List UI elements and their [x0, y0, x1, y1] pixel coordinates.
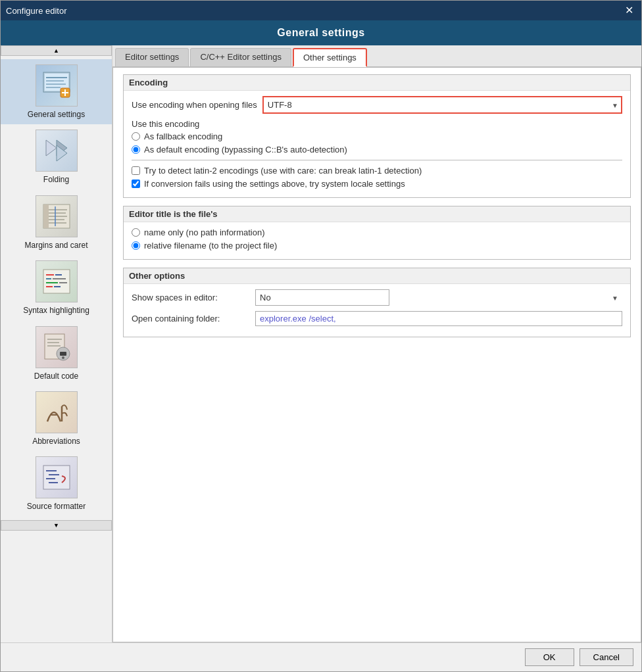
- checkbox-latin2[interactable]: [132, 166, 140, 175]
- syntax-icon: [36, 260, 78, 302]
- show-spaces-dropdown[interactable]: No Yes (all) Yes (only leading whitespac…: [255, 289, 389, 306]
- checkbox-conversion-label[interactable]: If conversion fails using the settings a…: [144, 179, 405, 189]
- radio-name-only-row: name only (no path information): [132, 228, 622, 237]
- sidebar-item-abbreviations-label: Abbreviations: [32, 437, 80, 446]
- sidebar-item-source-formatter-label: Source formatter: [27, 502, 86, 511]
- header-bar: General settings: [1, 20, 641, 45]
- checkbox-conversion-row: If conversion fails using the settings a…: [132, 179, 622, 189]
- divider-1: [132, 160, 622, 160]
- radio-name-only-label[interactable]: name only (no path information): [144, 228, 265, 237]
- other-options-section-title: Other options: [124, 268, 630, 284]
- show-spaces-dropdown-wrapper: No Yes (all) Yes (only leading whitespac…: [255, 289, 622, 306]
- use-this-encoding-label: Use this encoding: [132, 119, 622, 129]
- svg-rect-13: [43, 204, 49, 228]
- sidebar-item-default-code[interactable]: Default code: [1, 321, 112, 386]
- tab-editor-settings[interactable]: Editor settings: [115, 48, 189, 66]
- sidebar-item-general-settings-label: General settings: [28, 110, 85, 119]
- titlebar: Configure editor ✕: [1, 1, 641, 20]
- svg-rect-20: [43, 270, 70, 293]
- svg-rect-34: [60, 352, 66, 356]
- radio-default-label[interactable]: As default encoding (bypassing C::B's au…: [144, 145, 347, 155]
- tab-other-settings[interactable]: Other settings: [293, 48, 367, 67]
- settings-panel: Encoding Use encoding when opening files…: [112, 67, 641, 642]
- radio-name-only[interactable]: [132, 228, 140, 237]
- window-title: Configure editor: [6, 6, 67, 16]
- editor-title-section-content: name only (no path information) relative…: [124, 222, 630, 259]
- svg-rect-37: [43, 466, 70, 489]
- sidebar-item-source-formatter[interactable]: Source formatter: [1, 451, 112, 516]
- configure-editor-window: Configure editor ✕ General settings ▲: [0, 0, 642, 672]
- editor-title-section: Editor title is the file's name only (no…: [123, 206, 631, 260]
- checkbox-latin2-row: Try to detect latin-2 encodings (use wit…: [132, 166, 622, 176]
- sidebar-item-general-settings[interactable]: General settings: [1, 59, 112, 124]
- sidebar-scroll-up[interactable]: ▲: [1, 45, 112, 56]
- close-button[interactable]: ✕: [622, 4, 636, 17]
- radio-relative-label[interactable]: relative filename (to the project file): [144, 241, 277, 251]
- sidebar: ▲: [1, 45, 112, 642]
- radio-default-row: As default encoding (bypassing C::B's au…: [132, 145, 622, 155]
- radio-fallback[interactable]: [132, 132, 140, 141]
- svg-marker-11: [46, 140, 57, 156]
- show-spaces-row: Show spaces in editor: No Yes (all) Yes …: [132, 289, 622, 306]
- open-folder-row: Open containing folder:: [132, 311, 622, 326]
- source-formatter-icon: [36, 456, 78, 498]
- main-content: ▲: [1, 45, 641, 642]
- checkbox-latin2-label[interactable]: Try to detect latin-2 encodings (use wit…: [144, 166, 422, 176]
- sidebar-scroll-down[interactable]: ▼: [1, 520, 112, 531]
- checkbox-conversion[interactable]: [132, 180, 140, 188]
- encoding-section: Encoding Use encoding when opening files…: [123, 74, 631, 198]
- radio-relative-row: relative filename (to the project file): [132, 241, 622, 251]
- default-code-icon: [36, 326, 78, 368]
- encoding-section-content: Use encoding when opening files UTF-8 ▼ …: [124, 91, 630, 197]
- sidebar-item-syntax-label: Syntax highlighting: [23, 306, 89, 315]
- sidebar-items: General settings Folding: [1, 56, 112, 520]
- sidebar-item-abbreviations[interactable]: Abbreviations: [1, 386, 112, 451]
- other-options-section: Other options Show spaces in editor: No …: [123, 268, 631, 337]
- show-spaces-label: Show spaces in editor:: [132, 293, 250, 302]
- open-folder-label: Open containing folder:: [132, 314, 250, 324]
- tab-cpp-editor-settings[interactable]: C/C++ Editor settings: [190, 48, 291, 66]
- encoding-section-title: Encoding: [124, 75, 630, 91]
- folding-icon: [36, 130, 78, 172]
- sidebar-item-margins-caret[interactable]: Margins and caret: [1, 190, 112, 255]
- sidebar-item-folding[interactable]: Folding: [1, 124, 112, 189]
- general-settings-icon: [36, 64, 78, 107]
- margins-icon: [36, 195, 78, 237]
- use-encoding-label: Use encoding when opening files: [132, 100, 257, 110]
- use-encoding-row: Use encoding when opening files UTF-8 ▼: [132, 96, 622, 114]
- sidebar-item-default-code-label: Default code: [34, 372, 78, 381]
- footer: OK Cancel: [1, 642, 641, 671]
- tab-bar: Editor settings C/C++ Editor settings Ot…: [112, 45, 641, 67]
- ok-button[interactable]: OK: [525, 648, 574, 666]
- encoding-dropdown[interactable]: UTF-8: [262, 96, 622, 114]
- svg-point-35: [62, 356, 64, 359]
- radio-fallback-row: As fallback encoding: [132, 132, 622, 141]
- other-options-section-content: Show spaces in editor: No Yes (all) Yes …: [124, 284, 630, 337]
- sidebar-item-margins-caret-label: Margins and caret: [24, 241, 87, 250]
- sidebar-item-folding-label: Folding: [43, 175, 69, 184]
- radio-fallback-label[interactable]: As fallback encoding: [144, 132, 222, 141]
- abbreviations-icon: [36, 391, 78, 433]
- radio-relative[interactable]: [132, 241, 140, 250]
- show-spaces-dropdown-arrow: ▼: [612, 294, 618, 301]
- encoding-dropdown-wrapper: UTF-8 ▼: [262, 96, 622, 114]
- content-area: Editor settings C/C++ Editor settings Ot…: [112, 45, 641, 642]
- open-folder-input[interactable]: [255, 311, 622, 326]
- radio-default[interactable]: [132, 145, 140, 154]
- header-title: General settings: [277, 27, 364, 38]
- sidebar-item-syntax[interactable]: Syntax highlighting: [1, 255, 112, 320]
- cancel-button[interactable]: Cancel: [580, 648, 633, 666]
- editor-title-section-title: Editor title is the file's: [124, 206, 630, 222]
